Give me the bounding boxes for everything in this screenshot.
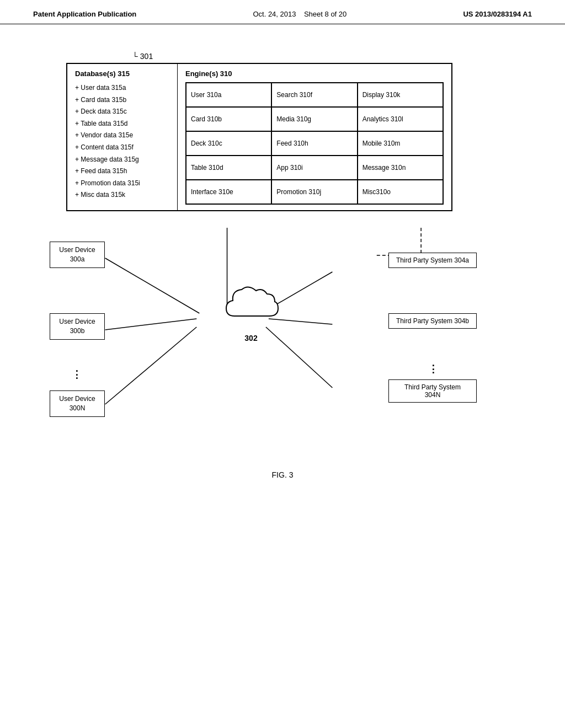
db-item-1: + User data 315a [75,82,169,94]
engine-cell-3: Card 310b [186,107,271,131]
db-item-2: + Card data 315b [75,94,169,106]
svg-line-1 [105,258,200,313]
engine-cell-13: Promotion 310j [271,180,357,204]
cloud-shape: 302 [221,283,281,342]
engine-cell-14: Misc310o [358,180,443,204]
engine-section: Engine(s) 310 User 310a Search 310f Disp… [178,64,451,210]
engine-cell-12: Interface 310e [186,180,271,204]
page-header: Patent Application Publication Oct. 24, … [0,0,565,24]
system-box-label: └ 301 [132,52,532,61]
engine-cell-7: Feed 310h [271,131,357,156]
lower-diagram: User Device300a User Device300b ⋮ User D… [33,228,532,459]
engine-cell-9: Table 310d [186,156,271,180]
db-title: Database(s) 315 [75,69,169,78]
engine-cell-2: Display 310k [358,83,443,107]
engine-cell-1: Search 310f [271,83,357,107]
user-device-300N: User Device300N [50,390,105,417]
user-device-300a: User Device300a [50,242,105,268]
sheet-info: Oct. 24, 2013 Sheet 8 of 20 [253,10,347,18]
publication-label: Patent Application Publication [33,10,136,18]
figure-label: FIG. 3 [33,470,532,479]
engine-title: Engine(s) 310 [185,69,444,78]
db-item-3: + Deck data 315c [75,106,169,118]
db-item-6: + Content data 315f [75,142,169,154]
svg-line-2 [105,319,197,330]
db-item-9: + Promotion data 315i [75,178,169,190]
engine-cell-6: Deck 310c [186,131,271,156]
main-content: └ 301 Database(s) 315 + User data 315a +… [0,24,565,501]
patent-number: US 2013/0283194 A1 [463,10,532,18]
sheet-label: Sheet 8 of 20 [304,10,347,18]
diagram-area: └ 301 Database(s) 315 + User data 315a +… [33,52,532,479]
db-item-7: + Message data 315g [75,154,169,166]
db-item-10: + Misc data 315k [75,189,169,201]
db-item-5: + Vendor data 315e [75,130,169,142]
system-box: Database(s) 315 + User data 315a + Card … [66,63,452,211]
engine-cell-5: Analytics 310l [358,107,443,131]
engine-cell-10: App 310i [271,156,357,180]
cloud-label: 302 [221,334,281,342]
svg-line-3 [105,327,197,404]
engine-cell-8: Mobile 310m [358,131,443,156]
third-party-304a: Third Party System 304a [388,253,477,268]
third-party-304b: Third Party System 304b [388,313,477,329]
third-party-304N: Third Party System 304N [388,379,477,403]
db-item-8: + Feed data 315h [75,165,169,178]
engine-cell-11: Message 310n [358,156,443,180]
engine-grid: User 310a Search 310f Display 310k Card … [185,82,444,205]
database-section: Database(s) 315 + User data 315a + Card … [67,64,178,210]
cloud-svg [221,283,281,327]
third-party-dots: ⋮ [428,363,438,375]
db-item-4: + Table data 315d [75,118,169,130]
engine-cell-4: Media 310g [271,107,357,131]
user-device-300b: User Device300b [50,313,105,340]
device-dots: ⋮ [72,368,82,381]
date-label: Oct. 24, 2013 [253,10,296,18]
engine-cell-0: User 310a [186,83,271,107]
